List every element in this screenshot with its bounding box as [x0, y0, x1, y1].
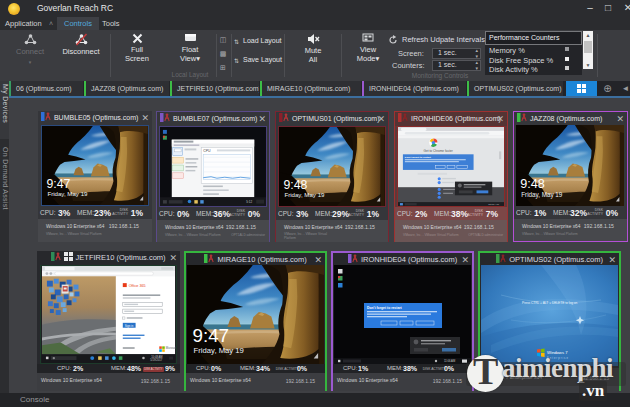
svg-text:Friday, May 19: Friday, May 19 — [521, 191, 563, 199]
svg-text:Friday, May 19: Friday, May 19 — [284, 191, 325, 198]
svg-text:CPU: CPU — [203, 149, 211, 153]
svg-text:Friday, May 19: Friday, May 19 — [194, 346, 244, 355]
svg-text:9:48: 9:48 — [284, 178, 308, 192]
svg-text:5:12: 5:12 — [246, 200, 252, 204]
svg-text:Microsoft: Microsoft — [166, 346, 176, 350]
svg-text:Press CTRL + ALT + DELETE to l: Press CTRL + ALT + DELETE to log on — [522, 301, 578, 305]
svg-text:11:06 AM: 11:06 AM — [488, 203, 499, 206]
svg-text:Don't forget to restart: Don't forget to restart — [367, 306, 403, 310]
svg-text:Friday, May 19: Friday, May 19 — [47, 190, 88, 197]
svg-text:9:47: 9:47 — [193, 325, 230, 346]
svg-text:Get to Chrome faster: Get to Chrome faster — [424, 149, 453, 153]
svg-text:5/19/2017: 5/19/2017 — [150, 358, 162, 362]
svg-text:Sign in: Sign in — [125, 324, 134, 328]
svg-text:Office 365: Office 365 — [129, 284, 146, 288]
svg-text:Don't forget to restart: Don't forget to restart — [405, 156, 431, 159]
svg-text:9:48: 9:48 — [520, 177, 545, 191]
svg-text:9:47: 9:47 — [47, 177, 71, 191]
